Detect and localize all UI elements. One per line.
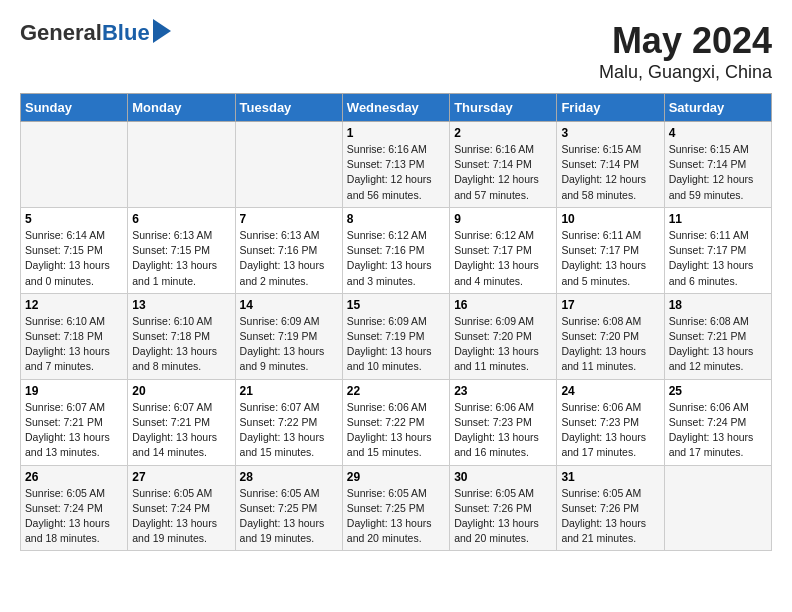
day-number: 2 xyxy=(454,126,552,140)
cell-info: Sunrise: 6:15 AM Sunset: 7:14 PM Dayligh… xyxy=(669,142,767,203)
day-number: 24 xyxy=(561,384,659,398)
day-number: 14 xyxy=(240,298,338,312)
calendar-cell: 3Sunrise: 6:15 AM Sunset: 7:14 PM Daylig… xyxy=(557,122,664,208)
calendar-cell: 26Sunrise: 6:05 AM Sunset: 7:24 PM Dayli… xyxy=(21,465,128,551)
calendar-cell xyxy=(664,465,771,551)
calendar-cell xyxy=(21,122,128,208)
calendar-cell: 22Sunrise: 6:06 AM Sunset: 7:22 PM Dayli… xyxy=(342,379,449,465)
cell-info: Sunrise: 6:12 AM Sunset: 7:17 PM Dayligh… xyxy=(454,228,552,289)
day-number: 5 xyxy=(25,212,123,226)
cell-info: Sunrise: 6:09 AM Sunset: 7:19 PM Dayligh… xyxy=(347,314,445,375)
cell-info: Sunrise: 6:05 AM Sunset: 7:25 PM Dayligh… xyxy=(240,486,338,547)
day-number: 13 xyxy=(132,298,230,312)
day-number: 12 xyxy=(25,298,123,312)
day-number: 31 xyxy=(561,470,659,484)
day-number: 3 xyxy=(561,126,659,140)
calendar-cell: 6Sunrise: 6:13 AM Sunset: 7:15 PM Daylig… xyxy=(128,207,235,293)
calendar-cell: 4Sunrise: 6:15 AM Sunset: 7:14 PM Daylig… xyxy=(664,122,771,208)
calendar-table: SundayMondayTuesdayWednesdayThursdayFrid… xyxy=(20,93,772,551)
cell-info: Sunrise: 6:13 AM Sunset: 7:16 PM Dayligh… xyxy=(240,228,338,289)
weekday-header-friday: Friday xyxy=(557,94,664,122)
logo-general-text: General xyxy=(20,20,102,46)
calendar-cell: 16Sunrise: 6:09 AM Sunset: 7:20 PM Dayli… xyxy=(450,293,557,379)
calendar-cell: 11Sunrise: 6:11 AM Sunset: 7:17 PM Dayli… xyxy=(664,207,771,293)
cell-info: Sunrise: 6:09 AM Sunset: 7:19 PM Dayligh… xyxy=(240,314,338,375)
cell-info: Sunrise: 6:05 AM Sunset: 7:26 PM Dayligh… xyxy=(454,486,552,547)
cell-info: Sunrise: 6:06 AM Sunset: 7:22 PM Dayligh… xyxy=(347,400,445,461)
weekday-header-saturday: Saturday xyxy=(664,94,771,122)
calendar-cell: 13Sunrise: 6:10 AM Sunset: 7:18 PM Dayli… xyxy=(128,293,235,379)
cell-info: Sunrise: 6:08 AM Sunset: 7:21 PM Dayligh… xyxy=(669,314,767,375)
cell-info: Sunrise: 6:08 AM Sunset: 7:20 PM Dayligh… xyxy=(561,314,659,375)
cell-info: Sunrise: 6:11 AM Sunset: 7:17 PM Dayligh… xyxy=(561,228,659,289)
day-number: 28 xyxy=(240,470,338,484)
cell-info: Sunrise: 6:09 AM Sunset: 7:20 PM Dayligh… xyxy=(454,314,552,375)
day-number: 10 xyxy=(561,212,659,226)
cell-info: Sunrise: 6:05 AM Sunset: 7:25 PM Dayligh… xyxy=(347,486,445,547)
day-number: 4 xyxy=(669,126,767,140)
day-number: 8 xyxy=(347,212,445,226)
logo-blue-text: Blue xyxy=(102,20,150,46)
calendar-cell: 19Sunrise: 6:07 AM Sunset: 7:21 PM Dayli… xyxy=(21,379,128,465)
cell-info: Sunrise: 6:10 AM Sunset: 7:18 PM Dayligh… xyxy=(25,314,123,375)
cell-info: Sunrise: 6:12 AM Sunset: 7:16 PM Dayligh… xyxy=(347,228,445,289)
title-block: May 2024 Malu, Guangxi, China xyxy=(599,20,772,83)
cell-info: Sunrise: 6:05 AM Sunset: 7:24 PM Dayligh… xyxy=(132,486,230,547)
calendar-cell: 2Sunrise: 6:16 AM Sunset: 7:14 PM Daylig… xyxy=(450,122,557,208)
calendar-cell: 12Sunrise: 6:10 AM Sunset: 7:18 PM Dayli… xyxy=(21,293,128,379)
logo: General Blue xyxy=(20,20,171,46)
day-number: 16 xyxy=(454,298,552,312)
calendar-cell: 28Sunrise: 6:05 AM Sunset: 7:25 PM Dayli… xyxy=(235,465,342,551)
cell-info: Sunrise: 6:06 AM Sunset: 7:23 PM Dayligh… xyxy=(561,400,659,461)
cell-info: Sunrise: 6:05 AM Sunset: 7:26 PM Dayligh… xyxy=(561,486,659,547)
day-number: 11 xyxy=(669,212,767,226)
calendar-cell: 21Sunrise: 6:07 AM Sunset: 7:22 PM Dayli… xyxy=(235,379,342,465)
day-number: 25 xyxy=(669,384,767,398)
day-number: 23 xyxy=(454,384,552,398)
calendar-cell: 7Sunrise: 6:13 AM Sunset: 7:16 PM Daylig… xyxy=(235,207,342,293)
day-number: 15 xyxy=(347,298,445,312)
calendar-cell: 30Sunrise: 6:05 AM Sunset: 7:26 PM Dayli… xyxy=(450,465,557,551)
weekday-header-row: SundayMondayTuesdayWednesdayThursdayFrid… xyxy=(21,94,772,122)
cell-info: Sunrise: 6:15 AM Sunset: 7:14 PM Dayligh… xyxy=(561,142,659,203)
day-number: 20 xyxy=(132,384,230,398)
cell-info: Sunrise: 6:07 AM Sunset: 7:21 PM Dayligh… xyxy=(132,400,230,461)
calendar-week-5: 26Sunrise: 6:05 AM Sunset: 7:24 PM Dayli… xyxy=(21,465,772,551)
cell-info: Sunrise: 6:14 AM Sunset: 7:15 PM Dayligh… xyxy=(25,228,123,289)
weekday-header-thursday: Thursday xyxy=(450,94,557,122)
day-number: 19 xyxy=(25,384,123,398)
cell-info: Sunrise: 6:05 AM Sunset: 7:24 PM Dayligh… xyxy=(25,486,123,547)
weekday-header-sunday: Sunday xyxy=(21,94,128,122)
calendar-title: May 2024 xyxy=(599,20,772,62)
day-number: 18 xyxy=(669,298,767,312)
calendar-cell: 27Sunrise: 6:05 AM Sunset: 7:24 PM Dayli… xyxy=(128,465,235,551)
calendar-cell: 20Sunrise: 6:07 AM Sunset: 7:21 PM Dayli… xyxy=(128,379,235,465)
day-number: 6 xyxy=(132,212,230,226)
calendar-cell: 18Sunrise: 6:08 AM Sunset: 7:21 PM Dayli… xyxy=(664,293,771,379)
calendar-cell xyxy=(235,122,342,208)
day-number: 29 xyxy=(347,470,445,484)
calendar-week-4: 19Sunrise: 6:07 AM Sunset: 7:21 PM Dayli… xyxy=(21,379,772,465)
calendar-week-1: 1Sunrise: 6:16 AM Sunset: 7:13 PM Daylig… xyxy=(21,122,772,208)
calendar-cell: 10Sunrise: 6:11 AM Sunset: 7:17 PM Dayli… xyxy=(557,207,664,293)
calendar-cell: 25Sunrise: 6:06 AM Sunset: 7:24 PM Dayli… xyxy=(664,379,771,465)
cell-info: Sunrise: 6:16 AM Sunset: 7:14 PM Dayligh… xyxy=(454,142,552,203)
day-number: 7 xyxy=(240,212,338,226)
weekday-header-tuesday: Tuesday xyxy=(235,94,342,122)
calendar-cell: 15Sunrise: 6:09 AM Sunset: 7:19 PM Dayli… xyxy=(342,293,449,379)
cell-info: Sunrise: 6:16 AM Sunset: 7:13 PM Dayligh… xyxy=(347,142,445,203)
calendar-cell: 24Sunrise: 6:06 AM Sunset: 7:23 PM Dayli… xyxy=(557,379,664,465)
calendar-cell: 1Sunrise: 6:16 AM Sunset: 7:13 PM Daylig… xyxy=(342,122,449,208)
cell-info: Sunrise: 6:11 AM Sunset: 7:17 PM Dayligh… xyxy=(669,228,767,289)
cell-info: Sunrise: 6:10 AM Sunset: 7:18 PM Dayligh… xyxy=(132,314,230,375)
day-number: 22 xyxy=(347,384,445,398)
calendar-cell xyxy=(128,122,235,208)
calendar-cell: 23Sunrise: 6:06 AM Sunset: 7:23 PM Dayli… xyxy=(450,379,557,465)
day-number: 9 xyxy=(454,212,552,226)
calendar-week-2: 5Sunrise: 6:14 AM Sunset: 7:15 PM Daylig… xyxy=(21,207,772,293)
cell-info: Sunrise: 6:06 AM Sunset: 7:24 PM Dayligh… xyxy=(669,400,767,461)
day-number: 21 xyxy=(240,384,338,398)
calendar-week-3: 12Sunrise: 6:10 AM Sunset: 7:18 PM Dayli… xyxy=(21,293,772,379)
day-number: 1 xyxy=(347,126,445,140)
cell-info: Sunrise: 6:07 AM Sunset: 7:21 PM Dayligh… xyxy=(25,400,123,461)
